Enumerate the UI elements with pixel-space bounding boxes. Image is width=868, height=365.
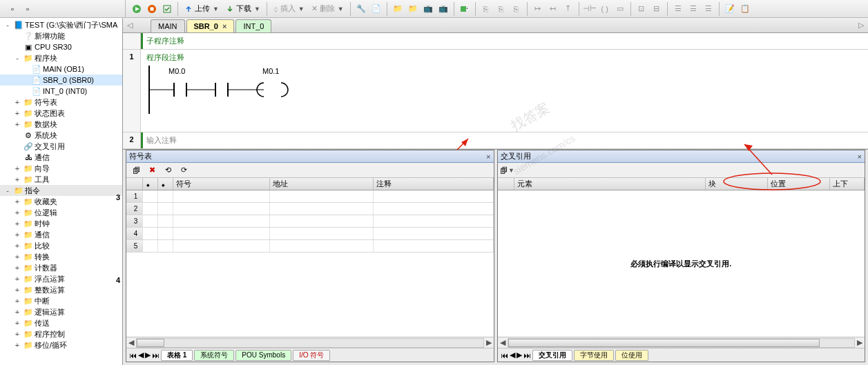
tree-instr-item[interactable]: +📁中断 (0, 295, 122, 306)
cell[interactable] (158, 203, 173, 215)
cell[interactable] (158, 190, 173, 202)
scroll-thumb[interactable] (508, 339, 820, 347)
tool-icon[interactable]: ☰ (671, 2, 685, 16)
cell-symbol[interactable] (173, 215, 270, 227)
cell-comment[interactable] (374, 215, 494, 227)
tabbar-nav-last-icon[interactable]: ⏭ (152, 351, 160, 359)
cell-address[interactable] (270, 190, 374, 202)
expand-icon[interactable]: + (12, 330, 22, 338)
panel-tab-pou[interactable]: POU Symbols (235, 350, 291, 361)
cell[interactable] (158, 215, 173, 227)
panel-tab-sys[interactable]: 系统符号 (194, 350, 234, 361)
panel-hscroll[interactable]: ◀ ▶ (126, 337, 494, 348)
network-comment-placeholder[interactable]: 输入注释 (146, 136, 177, 144)
expand-icon[interactable]: + (12, 197, 22, 206)
col-block[interactable]: 块 (706, 178, 768, 190)
tool-icon[interactable]: ⎘ (479, 2, 493, 16)
tree-item[interactable]: 🖧通信 (0, 152, 122, 163)
cell[interactable] (143, 203, 158, 215)
cell[interactable] (143, 228, 158, 239)
expand-icon[interactable]: + (12, 264, 22, 272)
expand-icon[interactable]: + (12, 319, 22, 327)
tool-icon[interactable]: ☰ (686, 2, 700, 16)
table-row[interactable]: 1 (126, 190, 494, 203)
coil-address[interactable]: M0.1 (262, 67, 279, 75)
symbol-grid-body[interactable]: 12345 (126, 190, 494, 337)
tree-instr-item[interactable]: +📁转换 (0, 251, 122, 262)
mini-icon-1[interactable]: ▫ (6, 2, 19, 16)
expand-icon[interactable]: - (12, 54, 22, 62)
cell[interactable] (158, 240, 173, 252)
compile-icon[interactable] (160, 2, 174, 16)
tabbar-nav-prev-icon[interactable]: ◀ (510, 351, 515, 359)
expand-icon[interactable]: + (12, 120, 22, 128)
panel-tab-io[interactable]: I/O 符号 (293, 350, 330, 361)
panel-tab-bit[interactable]: 位使用 (615, 350, 648, 361)
tab-scroll-left-icon[interactable]: ◁ (127, 21, 133, 30)
cell-comment[interactable] (374, 240, 494, 252)
expand-icon[interactable]: + (12, 286, 22, 294)
box-icon[interactable]: ▭ (613, 2, 627, 16)
tool-icon[interactable]: ⤒ (561, 2, 575, 16)
mini-icon-2[interactable]: ▫ (21, 2, 35, 16)
tool-icon[interactable]: 📝 (723, 2, 737, 16)
contact-address[interactable]: M0.0 (168, 67, 185, 75)
contact-icon[interactable]: ⊣⊢ (583, 2, 597, 16)
tree-item[interactable]: 📄MAIN (OB1) (0, 63, 122, 75)
tool-icon[interactable]: 📁 (391, 2, 405, 16)
expand-icon[interactable]: + (12, 109, 22, 117)
tree-item[interactable]: ▣CPU SR30 (0, 41, 122, 52)
cell-address[interactable] (270, 203, 374, 215)
panel-tab-table[interactable]: 表格 1 (161, 350, 193, 361)
tree-item[interactable]: +📁数据块 (0, 119, 122, 130)
tree-item[interactable]: -📁程序块 (0, 52, 122, 63)
expand-icon[interactable] (12, 142, 22, 150)
expand-icon[interactable]: + (12, 241, 22, 250)
ladder-editor[interactable]: 子程序注释 1 程序段注释 (123, 33, 868, 150)
tool-icon[interactable]: 🗐▼ (501, 164, 514, 177)
expand-icon[interactable] (12, 153, 22, 161)
tree-item[interactable]: 📄INT_0 (INT0) (0, 86, 122, 97)
tool-icon[interactable]: ↤ (546, 2, 560, 16)
expand-icon[interactable] (12, 43, 22, 51)
tool-icon[interactable]: ↦ (531, 2, 545, 16)
expand-icon[interactable]: + (12, 230, 22, 239)
col-symbol[interactable]: 符号 (173, 178, 270, 190)
cell-comment[interactable] (374, 190, 494, 202)
tree-item[interactable]: +📁向导 (0, 163, 122, 174)
tree-item[interactable]: ❔新增功能 (0, 30, 122, 41)
scroll-left-icon[interactable]: ◀ (498, 337, 508, 347)
tool-icon[interactable]: 📋 (738, 2, 752, 16)
tabbar-nav-first-icon[interactable]: ⏮ (501, 351, 508, 359)
tab-sbr[interactable]: SBR_0× (186, 19, 235, 32)
tree-instr-item[interactable]: +📁收藏夹 (0, 196, 122, 207)
col-updown[interactable]: 上下 (830, 178, 865, 190)
tool-icon[interactable]: ☰ (702, 2, 715, 16)
tree-instr-item[interactable]: +📁位逻辑 (0, 207, 122, 218)
scroll-right-icon[interactable]: ▶ (855, 337, 865, 347)
tree-instr-item[interactable]: +📁浮点运算 (0, 273, 122, 284)
tree-instr-item[interactable]: +📁时钟 (0, 218, 122, 229)
tree-root[interactable]: - 📘 TEST (G:\实验\西门子\SMA (0, 19, 122, 30)
tool-icon[interactable]: ⟲ (161, 164, 175, 177)
scroll-thumb[interactable] (137, 339, 164, 347)
expand-icon[interactable]: + (12, 297, 22, 305)
cell-comment[interactable] (374, 228, 494, 239)
expand-icon[interactable]: + (12, 175, 22, 184)
table-row[interactable]: 4 (126, 228, 494, 240)
tree-item[interactable]: ⚙系统块 (0, 130, 122, 141)
expand-icon[interactable] (12, 131, 22, 139)
delete-icon[interactable]: ✖ (145, 164, 159, 177)
tool-icon[interactable]: 🔧 (354, 2, 368, 16)
tree-instr-item[interactable]: +📁比较 (0, 240, 122, 251)
cell-symbol[interactable] (173, 228, 270, 239)
expand-icon[interactable] (12, 32, 22, 40)
expand-icon[interactable]: + (12, 308, 22, 316)
table-row[interactable]: 3 (126, 215, 494, 228)
table-row[interactable]: 5 (126, 240, 494, 253)
close-icon[interactable]: × (222, 22, 226, 30)
tool-icon[interactable]: ⟳ (177, 164, 191, 177)
stop-icon[interactable] (145, 2, 159, 16)
tabbar-nav-next-icon[interactable]: ▶ (145, 351, 151, 359)
run-icon[interactable] (130, 2, 144, 16)
